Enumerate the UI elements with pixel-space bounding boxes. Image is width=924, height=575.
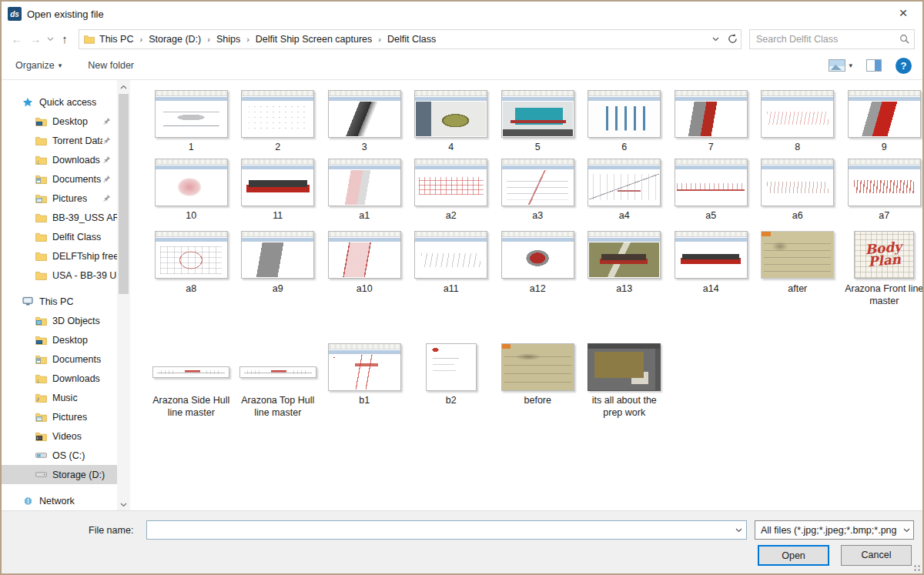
file-thumbnail [155,231,228,279]
file-name-label-text: 1 [189,141,194,153]
close-icon[interactable]: × [893,5,913,22]
folder-music-icon: ♪ [35,393,47,403]
file-type-value: All files (*.jpg;*.jpeg;*.bmp;*.png [761,525,899,536]
new-folder-button[interactable]: New folder [88,60,134,71]
file-item[interactable]: Arazona Side Hull line master [148,343,235,420]
sidebar-section-this-pc[interactable]: This PC [2,292,117,311]
file-item[interactable]: 11 [235,158,322,222]
file-name-label-text: 11 [273,209,283,222]
sidebar-item-3d-objects[interactable]: 3D Objects [2,311,117,330]
open-button[interactable]: Open [758,545,829,566]
forward-icon[interactable]: → [26,32,45,45]
file-item[interactable]: 2 [235,89,322,153]
sidebar-item-downloads[interactable]: ↓Downloads [2,150,117,169]
file-item[interactable]: 7 [668,89,755,153]
file-item[interactable]: before [494,343,581,420]
view-thumbnails-button[interactable]: ▾ [829,59,852,72]
help-button[interactable]: ? [896,58,912,74]
sidebar-item-storage-d-[interactable]: Storage (D:) [2,465,117,484]
file-item[interactable]: 4 [408,89,495,153]
file-name-label-text: b1 [359,394,370,406]
pin-icon [102,117,111,125]
breadcrumb-item[interactable]: This PC [95,32,138,47]
file-item[interactable]: b2 [408,343,495,420]
file-item[interactable]: 10 [148,158,235,222]
recent-locations-chevron-icon[interactable] [45,37,55,42]
file-item[interactable]: b1 [321,343,408,420]
pin-icon [102,175,111,183]
file-item[interactable]: a4 [581,158,668,222]
sidebar-item-bb-39-uss-ariz[interactable]: BB-39_USS ARIZ [2,208,117,227]
scroll-down-icon[interactable] [117,498,130,511]
file-item[interactable]: a2 [408,158,495,222]
file-name-chevron-icon[interactable] [731,528,746,533]
address-bar[interactable]: This PC›Storage (D:)›Ships›Delfit Ship S… [79,29,742,49]
thumbnail-box [675,158,748,206]
file-item[interactable]: a13 [581,231,668,308]
file-item[interactable]: Arazona Top Hull line master [235,343,322,420]
sidebar-item-pictures[interactable]: Pictures [2,407,117,426]
file-item[interactable]: a7 [841,158,922,222]
file-item[interactable]: after [755,231,842,308]
breadcrumb-item[interactable]: Ships [212,32,245,47]
search-icon[interactable] [899,34,909,44]
file-item[interactable]: a11 [408,231,495,308]
up-icon[interactable]: ↑ [55,32,74,45]
sidebar-section-network[interactable]: Network [2,491,117,510]
sidebar-item-label: Music [52,393,78,403]
sidebar-scrollbar[interactable] [117,80,130,511]
file-item[interactable]: a14 [668,231,755,308]
sidebar-item-desktop[interactable]: Desktop [2,112,117,131]
breadcrumb-item[interactable]: Delfit Ship Screen captures [251,32,377,47]
sidebar-item-documents[interactable]: Documents [2,169,117,189]
sidebar-item-torrent-data[interactable]: Torrent Data [2,131,117,150]
file-item[interactable]: 5 [494,89,581,153]
sidebar-item-delfit-class[interactable]: Delfit Class [2,227,117,246]
file-name-input[interactable] [147,521,731,539]
back-icon[interactable]: ← [8,32,26,45]
sidebar-section-quick-access[interactable]: Quick access [2,92,117,112]
thumb-window-chrome [329,159,400,165]
file-item[interactable]: a6 [755,158,842,222]
sidebar-item-music[interactable]: ♪Music [2,388,117,407]
refresh-icon[interactable] [724,30,741,48]
file-item[interactable]: 8 [755,89,842,153]
sidebar-item-delftship-free-v[interactable]: DELFTship free v [2,246,117,266]
file-item[interactable]: its all about the prep work [581,343,668,420]
sidebar-item-desktop[interactable]: Desktop [2,330,117,349]
scrollbar-thumb[interactable] [119,94,129,294]
address-dropdown-chevron-icon[interactable] [707,30,724,48]
resize-grip[interactable] [913,564,921,572]
file-item[interactable]: a9 [235,231,322,308]
thumbnail-box [152,343,229,391]
file-type-select[interactable]: All files (*.jpg;*.jpeg;*.bmp;*.png [755,520,914,540]
file-item[interactable]: a8 [148,231,235,308]
preview-pane-button[interactable] [866,59,882,72]
file-item[interactable]: a1 [321,158,408,222]
sidebar-item-pictures[interactable]: Pictures [2,189,117,208]
organize-button[interactable]: Organize ▾ [15,60,62,71]
breadcrumb-item[interactable]: Storage (D:) [144,32,206,47]
file-item[interactable]: 1 [148,89,235,153]
file-item[interactable]: 3 [321,89,408,153]
file-item[interactable]: a10 [321,231,408,308]
sidebar-item-os-c-[interactable]: OS (C:) [2,446,117,465]
scroll-up-icon[interactable] [117,80,130,93]
file-item[interactable]: Body PlanArazona Front line master [841,231,922,308]
file-item[interactable]: a12 [494,231,581,308]
breadcrumb-item[interactable]: Delfit Class [383,32,440,47]
file-item[interactable]: 9 [841,89,922,153]
file-item[interactable]: a3 [494,158,581,222]
sidebar-item-videos[interactable]: Videos [2,426,117,446]
thumb-toolbar-strip [849,97,920,101]
file-item[interactable]: 6 [581,89,668,153]
file-item[interactable]: a5 [668,158,755,222]
sidebar-item-usa-bb-39-uss[interactable]: USA - BB-39 USS [2,266,117,285]
search-input[interactable] [756,34,899,45]
thumbnail-art [503,102,573,136]
sidebar-item-documents[interactable]: Documents [2,349,117,369]
pin-icon [102,194,111,202]
cancel-button[interactable]: Cancel [841,545,912,566]
thumbnail-art [330,170,400,205]
sidebar-item-downloads[interactable]: ↓Downloads [2,369,117,388]
